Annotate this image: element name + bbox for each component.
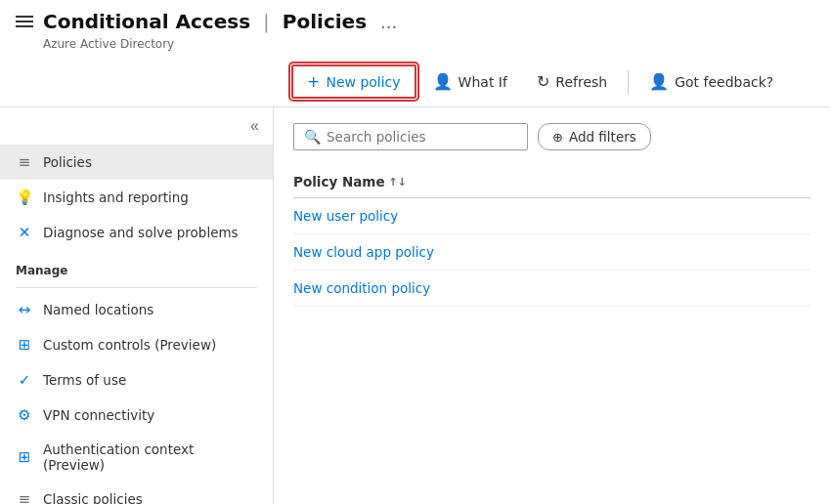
feedback-button[interactable]: 👤 Got feedback? <box>636 65 786 98</box>
sidebar-label-classic-policies: Classic policies <box>43 491 143 504</box>
sidebar-item-diagnose[interactable]: ✕ Diagnose and solve problems <box>0 215 273 250</box>
add-filters-button[interactable]: ⊕ Add filters <box>538 123 651 150</box>
sidebar-item-classic-policies[interactable]: ≡ Classic policies <box>0 482 273 504</box>
sidebar-item-named-locations[interactable]: ↔ Named locations <box>0 292 273 327</box>
policy-link-2[interactable]: New condition policy <box>293 280 430 296</box>
add-filters-label: Add filters <box>569 129 636 145</box>
search-input[interactable] <box>327 129 517 145</box>
sidebar: « ≡ Policies 💡 Insights and reporting ✕ … <box>0 107 274 504</box>
main-toolbar: + New policy 👤 What If ↻ Refresh 👤 Got f… <box>0 57 830 107</box>
feedback-label: Got feedback? <box>675 74 773 90</box>
content-area: 🔍 ⊕ Add filters Policy Name ↑↓ New user … <box>274 107 830 504</box>
auth-context-icon: ⊞ <box>16 448 33 466</box>
sidebar-label-policies: Policies <box>43 154 92 170</box>
manage-section-label: Manage <box>0 250 273 283</box>
sidebar-label-auth-context: Authentication context (Preview) <box>43 441 257 473</box>
col-policy-name-label: Policy Name <box>293 174 385 189</box>
named-locations-icon: ↔ <box>16 301 33 318</box>
search-box[interactable]: 🔍 <box>293 123 528 150</box>
new-policy-button[interactable]: + New policy <box>291 64 416 99</box>
sidebar-label-insights: Insights and reporting <box>43 189 189 205</box>
classic-policies-icon: ≡ <box>16 490 33 504</box>
main-container: « ≡ Policies 💡 Insights and reporting ✕ … <box>0 107 830 504</box>
sidebar-label-terms-of-use: Terms of use <box>43 372 126 388</box>
collapse-button[interactable]: « <box>244 115 265 137</box>
search-icon: 🔍 <box>304 129 321 145</box>
sidebar-divider <box>16 287 257 288</box>
menu-icon[interactable] <box>16 16 33 27</box>
what-if-button[interactable]: 👤 What If <box>420 65 520 98</box>
page-title: Conditional Access | Policies <box>43 10 367 33</box>
sort-arrows-icon: ↑↓ <box>389 176 407 189</box>
custom-controls-icon: ⊞ <box>16 336 33 354</box>
feedback-icon: 👤 <box>649 72 669 91</box>
table-row[interactable]: New cloud app policy <box>293 234 810 271</box>
title-separator: | <box>263 10 270 33</box>
policy-table: Policy Name ↑↓ New user policy New cloud… <box>293 166 810 307</box>
refresh-icon: ↻ <box>537 72 549 91</box>
sidebar-label-custom-controls: Custom controls (Preview) <box>43 337 216 353</box>
table-row[interactable]: New user policy <box>293 198 810 234</box>
sidebar-label-vpn: VPN connectivity <box>43 407 154 423</box>
section-name: Policies <box>283 10 367 33</box>
sidebar-label-diagnose: Diagnose and solve problems <box>43 225 239 240</box>
refresh-button[interactable]: ↻ Refresh <box>524 65 620 98</box>
table-row[interactable]: New condition policy <box>293 271 810 307</box>
filter-icon: ⊕ <box>552 130 563 145</box>
sidebar-collapse-area: « <box>0 111 273 145</box>
policy-link-1[interactable]: New cloud app policy <box>293 244 434 260</box>
terms-icon: ✓ <box>16 371 33 389</box>
content-toolbar: 🔍 ⊕ Add filters <box>293 123 810 150</box>
new-policy-label: New policy <box>326 74 400 90</box>
vpn-icon: ⚙ <box>16 406 33 424</box>
more-options-icon[interactable]: ... <box>380 12 397 32</box>
app-name: Conditional Access <box>43 10 250 33</box>
sidebar-item-insights[interactable]: 💡 Insights and reporting <box>0 180 273 215</box>
insights-icon: 💡 <box>16 189 33 206</box>
diagnose-icon: ✕ <box>16 224 33 241</box>
refresh-label: Refresh <box>555 74 607 90</box>
page-header: Conditional Access | Policies ... <box>0 0 830 37</box>
sidebar-item-policies[interactable]: ≡ Policies <box>0 145 273 180</box>
table-header: Policy Name ↑↓ <box>293 166 810 198</box>
sidebar-item-custom-controls[interactable]: ⊞ Custom controls (Preview) <box>0 327 273 362</box>
header-subtitle: Azure Active Directory <box>0 37 830 57</box>
sidebar-item-vpn[interactable]: ⚙ VPN connectivity <box>0 398 273 433</box>
sidebar-item-terms-of-use[interactable]: ✓ Terms of use <box>0 362 273 398</box>
sidebar-item-auth-context[interactable]: ⊞ Authentication context (Preview) <box>0 433 273 482</box>
policy-link-0[interactable]: New user policy <box>293 208 398 224</box>
sidebar-label-named-locations: Named locations <box>43 302 153 317</box>
toolbar-actions: + New policy <box>291 64 416 99</box>
col-policy-name[interactable]: Policy Name ↑↓ <box>293 174 407 189</box>
plus-icon: + <box>307 72 320 91</box>
toolbar-divider <box>628 70 629 94</box>
person-icon: 👤 <box>433 72 453 91</box>
what-if-label: What If <box>459 74 507 90</box>
policies-icon: ≡ <box>16 153 33 171</box>
